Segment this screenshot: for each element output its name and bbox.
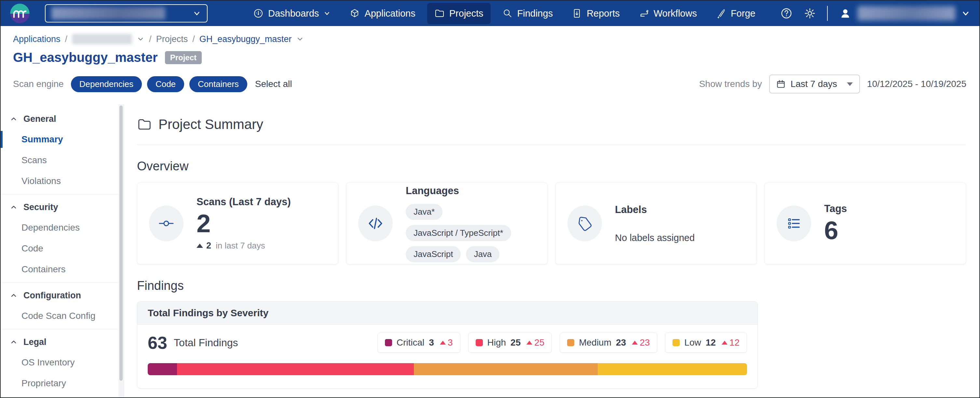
- tags-card: Tags 6: [765, 182, 966, 264]
- top-navbar: Dashboards Applications Projects Finding…: [1, 1, 979, 26]
- folder-icon: [137, 117, 152, 132]
- help-icon[interactable]: [780, 7, 792, 19]
- reports-document-icon: [572, 8, 582, 19]
- findings-heading: Findings: [137, 279, 966, 293]
- findings-totals-row: 63 Total Findings Critical 3 3: [148, 332, 747, 353]
- sidebar-item-code-scan-config[interactable]: Code Scan Config: [1, 305, 124, 326]
- sidebar-scrollbar-thumb[interactable]: [119, 105, 123, 381]
- trend-up-icon: [722, 340, 727, 345]
- chevron-up-icon: [10, 338, 18, 346]
- tags-icon-circle: [776, 206, 811, 241]
- language-tag: Java*: [406, 204, 442, 220]
- language-tag: JavaScript: [406, 246, 461, 262]
- scan-engine-row: Scan engine Dependencies Code Containers…: [13, 75, 966, 93]
- low-dot: [673, 339, 680, 346]
- sidebar-item-summary[interactable]: Summary: [1, 129, 124, 150]
- sidebar-section-legal[interactable]: Legal: [1, 332, 124, 352]
- sidebar-item-commercial[interactable]: Commercial: [1, 394, 124, 398]
- engine-pill-dependencies[interactable]: Dependencies: [71, 76, 142, 92]
- scan-engine-label: Scan engine: [13, 79, 64, 89]
- severity-chip-high: High 25 25: [468, 332, 552, 353]
- engine-pill-containers[interactable]: Containers: [189, 76, 247, 92]
- nav-item-findings[interactable]: Findings: [495, 3, 560, 24]
- total-findings-count: 63: [148, 332, 167, 353]
- page-header: Applications / / Projects / GH_easybuggy…: [1, 26, 979, 104]
- sidebar-section-label: Legal: [24, 337, 46, 347]
- severity-chip-low: Low 12 12: [665, 332, 747, 353]
- sidebar-item-os-inventory[interactable]: OS Inventory: [1, 352, 124, 373]
- project-summary-header: Project Summary: [137, 117, 966, 132]
- main-nav-menu: Dashboards Applications Projects Finding…: [246, 3, 763, 24]
- chevron-down-icon[interactable]: [296, 35, 304, 43]
- chevron-up-icon: [10, 291, 18, 299]
- sidebar-item-violations[interactable]: Violations: [1, 171, 124, 192]
- severity-delta: 12: [729, 337, 740, 348]
- nav-item-applications[interactable]: Applications: [342, 3, 422, 24]
- nav-item-workflows[interactable]: Workflows: [632, 3, 704, 24]
- nav-item-dashboards[interactable]: Dashboards: [246, 3, 338, 24]
- navbar-divider: [827, 6, 828, 21]
- forge-wand-icon: [716, 8, 726, 19]
- severity-name: Medium: [579, 337, 611, 348]
- findings-panel-title: Total Findings by Severity: [137, 302, 757, 325]
- sidebar-divider: [1, 329, 124, 329]
- scans-trend-caption: in last 7 days: [216, 241, 265, 251]
- trend-period-dropdown[interactable]: Last 7 days: [769, 75, 860, 93]
- nav-item-projects[interactable]: Projects: [427, 3, 491, 24]
- chevron-down-icon[interactable]: [137, 35, 145, 43]
- scans-card: Scans (Last 7 days) 2 2 in last 7 days: [137, 182, 338, 264]
- severity-stacked-bar: [148, 363, 747, 375]
- sidebar-item-containers[interactable]: Containers: [1, 259, 124, 280]
- breadcrumb-separator: /: [192, 34, 195, 44]
- sidebar-section-label: General: [24, 114, 56, 124]
- severity-name: Critical: [397, 337, 425, 348]
- nav-item-reports[interactable]: Reports: [565, 3, 627, 24]
- severity-chip-critical: Critical 3 3: [377, 332, 460, 353]
- main-panel: Project Summary Overview Scans (Last 7 d…: [124, 104, 979, 398]
- sidebar-item-proprietary[interactable]: Proprietary: [1, 373, 124, 394]
- breadcrumb-projects[interactable]: Projects: [156, 34, 188, 44]
- trend-period-value: Last 7 days: [791, 79, 837, 89]
- settings-gear-icon[interactable]: [803, 7, 816, 19]
- scan-engine-pills: Dependencies Code Containers: [71, 76, 247, 92]
- trend-up-icon: [632, 340, 638, 345]
- nav-item-forge[interactable]: Forge: [709, 3, 763, 24]
- severity-trend: 12: [722, 337, 740, 348]
- engine-pill-code[interactable]: Code: [147, 76, 184, 92]
- caret-down-icon: [847, 82, 853, 86]
- code-icon: [368, 215, 383, 232]
- breadcrumb-org-redacted: [72, 34, 132, 44]
- severity-name: Low: [684, 337, 701, 348]
- org-selector-dropdown[interactable]: [45, 4, 208, 22]
- severity-delta: 25: [534, 337, 544, 348]
- chevron-down-icon: [192, 9, 201, 18]
- trend-date-range: 10/12/2025 - 10/19/2025: [867, 79, 966, 89]
- select-all-button[interactable]: Select all: [255, 79, 292, 89]
- sidebar-item-dependencies[interactable]: Dependencies: [1, 217, 124, 238]
- sidebar-item-code[interactable]: Code: [1, 238, 124, 259]
- breadcrumb-current-project[interactable]: GH_easybuggy_master: [199, 34, 292, 44]
- breadcrumb-applications-link[interactable]: Applications: [13, 34, 60, 44]
- org-name-redacted: [51, 7, 165, 19]
- overview-heading: Overview: [137, 159, 966, 173]
- sidebar-item-scans[interactable]: Scans: [1, 150, 124, 171]
- tag-icon: [577, 216, 592, 231]
- overview-cards: Scans (Last 7 days) 2 2 in last 7 days: [137, 182, 966, 264]
- mend-logo[interactable]: [10, 3, 30, 24]
- sidebar-section-label: Security: [24, 202, 58, 213]
- severity-count: 12: [706, 337, 716, 348]
- nav-item-label: Dashboards: [268, 8, 319, 19]
- sidebar-section-configuration[interactable]: Configuration: [1, 285, 124, 305]
- show-trends-label: Show trends by: [699, 79, 762, 89]
- sidebar-section-security[interactable]: Security: [1, 197, 124, 217]
- sidebar-section-general[interactable]: General: [1, 109, 124, 129]
- critical-dot: [385, 339, 392, 346]
- sidebar-divider: [1, 282, 124, 283]
- chevron-up-icon: [10, 115, 18, 123]
- user-menu[interactable]: [839, 6, 970, 21]
- breadcrumb: Applications / / Projects / GH_easybuggy…: [13, 34, 966, 44]
- labels-icon-circle: [568, 206, 602, 241]
- page-title: GH_easybuggy_master: [13, 50, 158, 65]
- project-type-badge: Project: [165, 51, 202, 64]
- dashboards-gauge-icon: [253, 8, 264, 19]
